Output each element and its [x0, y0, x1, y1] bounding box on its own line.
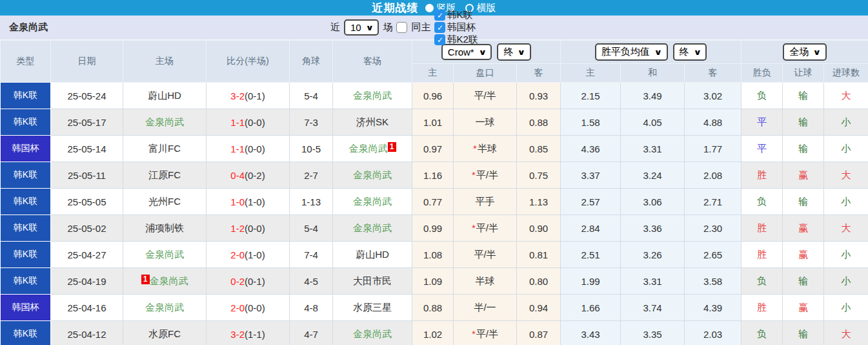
avg-away: 2.03	[685, 321, 742, 345]
home-team-name[interactable]: 金泉尚武	[145, 302, 184, 313]
handicap-text: 平/半	[474, 90, 496, 101]
league-filter-label[interactable]: 韩K2联	[447, 34, 478, 46]
scope-select[interactable]: 全场 ∨	[783, 43, 827, 61]
radio-horizontal-label[interactable]: 横版	[477, 2, 496, 14]
home-team-name[interactable]: 金泉尚武	[150, 275, 188, 286]
home-team-name[interactable]: 光州FC	[148, 196, 181, 207]
avg-home: 4.36	[561, 136, 621, 162]
home-team-name[interactable]: 金泉尚武	[145, 116, 184, 127]
away-team-name[interactable]: 金泉尚武	[353, 222, 392, 233]
away-team-name[interactable]: 金泉尚武	[353, 196, 392, 207]
odds-company-select[interactable]: Crow* ∨	[441, 44, 492, 60]
odds-stage-select[interactable]: 终 ∨	[497, 43, 531, 61]
odds-away: 0.85	[517, 136, 561, 162]
corners-cell: 7-3	[290, 109, 333, 136]
result-handicap: 输	[783, 83, 824, 109]
type-badge: 韩国杯	[1, 295, 51, 321]
result-handicap: 赢	[783, 295, 824, 321]
away-team-name[interactable]: 水原三星	[353, 302, 392, 313]
home-team-name[interactable]: 水原FC	[148, 328, 181, 339]
odds-handicap: 半球	[454, 268, 517, 295]
same-venue-checkbox[interactable]	[396, 22, 407, 33]
away-team-name[interactable]: 金泉尚武	[353, 90, 392, 101]
chevron-down-icon: ∨	[654, 48, 662, 57]
avg-away: 2.65	[685, 242, 742, 268]
score-cell: 3-2(0-1)	[207, 83, 290, 109]
chevron-down-icon: ∨	[518, 48, 526, 57]
away-team-name[interactable]: 金泉尚武	[353, 328, 392, 339]
league-filter-label[interactable]: 韩国杯	[447, 21, 476, 34]
score-cell: 1-1(0-0)	[207, 136, 290, 162]
halftime-score: (0-0)	[245, 117, 265, 128]
corners-cell: 4-5	[290, 268, 333, 295]
away-team-name[interactable]: 大田市民	[353, 275, 392, 286]
handicap-text: 平/半	[476, 328, 498, 339]
home-team-name[interactable]: 江原FC	[148, 169, 181, 180]
subcol-goals: 进球数	[824, 64, 868, 83]
match-count-select[interactable]: 10 ∨	[344, 19, 379, 36]
handicap-text: 半/一	[474, 302, 496, 313]
odds-home: 1.16	[412, 162, 454, 189]
away-team-cell: 金泉尚武1	[333, 136, 412, 162]
checkbox-checked-icon[interactable]: ✓	[434, 10, 445, 21]
away-team-name[interactable]: 蔚山HD	[356, 249, 389, 260]
home-team-cell: 光州FC	[123, 189, 207, 215]
rank-badge: 1	[141, 275, 150, 284]
home-team-cell: 浦项制铁	[123, 215, 207, 242]
subcol-odds-home: 主	[412, 64, 454, 83]
score-cell: 3-2(1-1)	[207, 321, 290, 345]
result-goals: 大	[824, 162, 868, 189]
odds-home: 0.99	[412, 215, 454, 242]
away-team-cell: 大田市民	[333, 268, 412, 295]
league-filter[interactable]: ✓韩K2联	[434, 34, 478, 46]
handicap-text: 一球	[476, 116, 495, 127]
result-wdl: 平	[742, 136, 783, 162]
subcol-avg-draw: 和	[621, 64, 685, 83]
halftime-score: (1-1)	[245, 329, 265, 340]
league-filter[interactable]: ✓韩国杯	[434, 21, 478, 34]
radio-selected-icon[interactable]	[425, 4, 434, 12]
away-team-cell: 金泉尚武	[333, 321, 412, 345]
avg-draw: 3.24	[621, 162, 685, 189]
result-wdl: 平	[742, 109, 783, 136]
avg-home: 2.15	[561, 83, 621, 109]
avg-draw: 3.31	[621, 136, 685, 162]
home-team-name[interactable]: 富川FC	[148, 143, 181, 154]
league-filter-label[interactable]: 韩K联	[447, 9, 472, 21]
odds-home: 0.77	[412, 189, 454, 215]
result-goals: 小	[824, 268, 868, 295]
odds-away: 0.90	[517, 215, 561, 242]
away-team-name[interactable]: 金泉尚武	[349, 143, 388, 154]
avg-draw: 4.05	[621, 109, 685, 136]
type-badge: 韩K联	[1, 162, 51, 189]
match-date: 25-05-11	[51, 162, 123, 189]
away-team-name[interactable]: 济州SK	[356, 116, 389, 127]
result-wdl: 负	[742, 83, 783, 109]
avg-home: 2.57	[561, 189, 621, 215]
halftime-score: (1-0)	[245, 249, 265, 260]
league-filter[interactable]: ✓韩K联	[434, 9, 478, 21]
result-handicap: 赢	[783, 215, 824, 242]
away-team-name[interactable]: 金泉尚武	[353, 169, 392, 180]
avg-away: 3.02	[685, 83, 742, 109]
home-team-name[interactable]: 蔚山HD	[148, 90, 181, 101]
match-date: 25-04-27	[51, 242, 123, 268]
avg-stage-select[interactable]: 终 ∨	[673, 43, 707, 61]
checkbox-checked-icon[interactable]: ✓	[434, 34, 445, 45]
odds-handicap: *半球	[454, 136, 517, 162]
odds-home: 1.09	[412, 268, 454, 295]
result-handicap: 输	[783, 268, 824, 295]
col-type: 类型	[1, 41, 51, 83]
avg-away: 4.88	[685, 109, 742, 136]
checkbox-checked-icon[interactable]: ✓	[434, 22, 445, 33]
home-team-cell: 金泉尚武	[123, 295, 207, 321]
handicap-text: 平/半	[474, 249, 496, 260]
fulltime-score: 0-2	[230, 276, 245, 287]
type-badge: 韩国杯	[1, 136, 51, 162]
home-team-name[interactable]: 金泉尚武	[145, 249, 184, 260]
home-team-cell: 富川FC	[123, 136, 207, 162]
fulltime-score: 2-0	[230, 302, 245, 313]
home-team-name[interactable]: 浦项制铁	[145, 222, 184, 233]
avg-type-select[interactable]: 胜平负均值 ∨	[595, 43, 668, 61]
avg-home: 3.43	[561, 321, 621, 345]
